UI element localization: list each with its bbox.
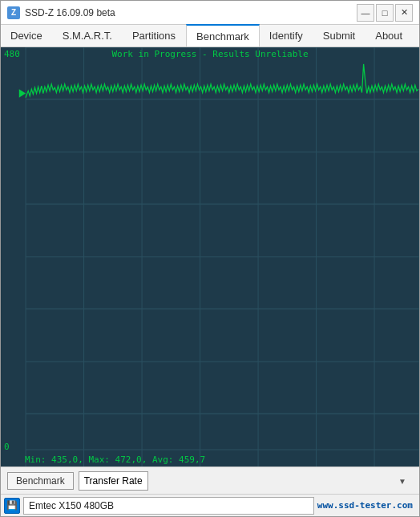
chart-status-text: Work in Progress - Results Unreliable <box>111 49 308 59</box>
bottom-controls: Benchmark Transfer Rate Access Time IOPS… <box>1 467 419 494</box>
benchmark-button[interactable]: Benchmark <box>7 472 74 490</box>
main-window: Z SSD-Z 16.09.09 beta — □ ✕ Device S.M.A… <box>0 0 420 517</box>
waveform-line <box>26 64 418 98</box>
benchmark-chart: 480 0 Work in Progress - Results Unrelia… <box>1 47 419 467</box>
drive-icon: 💾 <box>4 498 20 514</box>
chart-svg <box>1 47 419 467</box>
close-button[interactable]: ✕ <box>395 4 413 22</box>
maximize-button[interactable]: □ <box>376 4 394 22</box>
device-label: Emtec X150 480GB <box>23 497 314 515</box>
menu-item-partitions[interactable]: Partitions <box>123 25 186 46</box>
menu-item-device[interactable]: Device <box>1 25 53 46</box>
chart-stats-text: Min: 435,0, Max: 472,0, Avg: 459,7 <box>25 454 205 465</box>
menu-item-identify[interactable]: Identify <box>260 25 313 46</box>
svg-marker-17 <box>19 89 26 97</box>
minimize-button[interactable]: — <box>357 4 374 22</box>
menu-bar: Device S.M.A.R.T. Partitions Benchmark I… <box>1 25 419 47</box>
status-bar: 💾 Emtec X150 480GB www.ssd-tester.com <box>1 494 419 516</box>
menu-item-submit[interactable]: Submit <box>313 25 365 46</box>
website-label: www.ssd-tester.com <box>317 500 416 511</box>
title-bar: Z SSD-Z 16.09.09 beta — □ ✕ <box>1 1 419 25</box>
menu-item-about[interactable]: About <box>365 25 413 46</box>
app-icon: Z <box>7 6 20 19</box>
y-axis-max-label: 480 <box>4 49 20 59</box>
menu-item-smart[interactable]: S.M.A.R.T. <box>53 25 123 46</box>
window-title: SSD-Z 16.09.09 beta <box>25 7 357 18</box>
y-axis-min-label: 0 <box>4 442 10 452</box>
dropdown-wrapper: Transfer Rate Access Time IOPS ▼ <box>79 471 413 491</box>
window-controls: — □ ✕ <box>357 4 413 22</box>
menu-item-benchmark[interactable]: Benchmark <box>186 24 260 46</box>
transfer-rate-select[interactable]: Transfer Rate Access Time IOPS <box>79 471 148 491</box>
dropdown-arrow-icon: ▼ <box>398 476 406 485</box>
